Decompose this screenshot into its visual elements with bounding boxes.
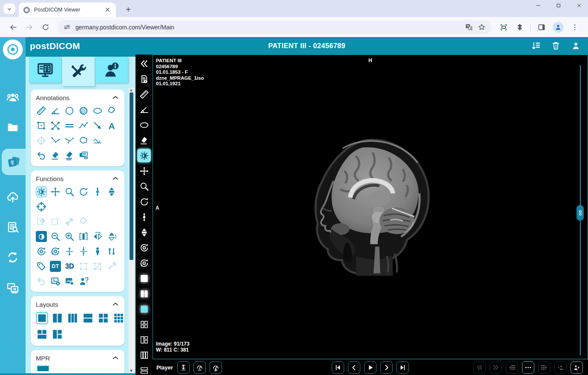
circle-roi-tool[interactable]	[64, 105, 75, 116]
previous-series-button[interactable]	[473, 361, 486, 374]
next-patient-button[interactable]	[571, 361, 583, 374]
rotate-tool[interactable]	[78, 186, 89, 197]
angle-tool[interactable]	[50, 105, 61, 116]
zoom-tool[interactable]	[64, 186, 75, 197]
scroll-down-arrow[interactable]	[130, 370, 133, 372]
layout-1x3-button[interactable]	[66, 312, 79, 324]
series-layout-1left-2right-button[interactable]	[137, 333, 151, 346]
screen-capture-icon[interactable]	[499, 22, 509, 32]
reset-image-button[interactable]	[137, 241, 151, 254]
speed-up-button[interactable]	[210, 361, 222, 374]
screen-layout-1x1-button[interactable]	[137, 271, 151, 285]
previous-stage-button[interactable]	[506, 361, 518, 374]
shaded-circle-roi-tool[interactable]	[78, 105, 89, 116]
reset-window-level-button[interactable]	[137, 256, 151, 270]
rail-item-images[interactable]	[2, 149, 26, 175]
ruler-tool-button[interactable]	[137, 87, 151, 101]
expand-vertical-button[interactable]	[64, 246, 75, 257]
window-close-button[interactable]	[574, 1, 584, 10]
zoom-button[interactable]	[137, 179, 151, 193]
report-preview-button[interactable]	[137, 72, 151, 86]
tab-tools[interactable]	[62, 57, 95, 86]
rail-item-worklist[interactable]	[4, 218, 22, 236]
layout-1left-2right-button[interactable]	[51, 328, 63, 340]
browser-tab[interactable]: PostDICOM Viewer	[19, 3, 116, 17]
reload-button[interactable]	[40, 22, 51, 32]
layout-1x1-button[interactable]	[36, 312, 48, 324]
closed-region-tool[interactable]	[78, 135, 89, 146]
erase-annotation-button[interactable]	[50, 150, 61, 161]
fit-vertical-button[interactable]	[78, 246, 89, 257]
mirror-vertical-button[interactable]	[106, 231, 117, 242]
series-layout-1x3-button[interactable]	[137, 348, 151, 362]
scrollbar-thumb[interactable]	[130, 92, 133, 260]
cobb-angle-tool[interactable]	[50, 120, 61, 131]
ellipse-tool-button[interactable]	[137, 118, 151, 132]
side-panel-icon[interactable]	[536, 22, 547, 32]
scroll-button[interactable]	[137, 210, 151, 224]
open-angle-tool[interactable]	[50, 135, 61, 146]
scroll-up-arrow[interactable]	[130, 89, 133, 91]
next-image-button[interactable]	[380, 361, 393, 374]
layout-1x2-button[interactable]	[51, 312, 63, 324]
window-maximize-button[interactable]	[554, 1, 563, 10]
zoom-in-button[interactable]	[64, 231, 75, 242]
flip-horizontal-button[interactable]	[78, 231, 89, 242]
layout-2x1-button[interactable]	[82, 312, 94, 324]
series-layout-rows-button[interactable]	[137, 363, 151, 375]
invert-tool[interactable]	[36, 231, 47, 242]
series-layout-1x1-button[interactable]	[137, 302, 151, 316]
tab-close-icon[interactable]	[104, 6, 112, 14]
angle-tool-button[interactable]	[137, 103, 151, 116]
layout-3x3-button[interactable]	[112, 312, 125, 324]
pan-tool[interactable]	[50, 186, 61, 197]
arrow-annotation-tool[interactable]	[92, 120, 103, 131]
window-minimize-button[interactable]	[533, 1, 543, 10]
rotate-button[interactable]	[137, 195, 151, 208]
image-scroll-handle[interactable]	[576, 205, 584, 221]
zoom-out-button[interactable]	[50, 231, 61, 242]
collapse-chevron-icon[interactable]	[112, 94, 119, 101]
layout-2x2-button[interactable]	[97, 312, 110, 324]
tab-viewer-display[interactable]	[29, 57, 61, 83]
window-level-button[interactable]	[137, 149, 151, 162]
secure-image-button[interactable]	[64, 276, 75, 287]
collapse-chevron-icon[interactable]	[112, 175, 119, 182]
layout-2top-1bottom-button[interactable]	[36, 328, 48, 340]
screen-layout-1x2-button[interactable]	[137, 287, 151, 300]
localizer-tool[interactable]	[36, 201, 47, 212]
bookmark-star-icon[interactable]	[478, 23, 486, 32]
parallel-lines-tool[interactable]	[64, 120, 75, 131]
erase-all-annotations-button[interactable]	[64, 150, 75, 161]
collapse-chevron-icon[interactable]	[112, 300, 119, 308]
back-button[interactable]	[8, 22, 18, 32]
rectangle-roi-tool[interactable]	[36, 120, 47, 131]
browser-menu-icon[interactable]	[570, 22, 580, 32]
last-image-button[interactable]	[397, 361, 409, 374]
rail-item-folders[interactable]	[4, 118, 22, 136]
viewport[interactable]: PATIENT III 02456789 01.01.1853 - F dzne…	[153, 55, 588, 359]
rail-item-patients[interactable]	[4, 88, 22, 106]
dicom-tags-button[interactable]: DT	[50, 261, 61, 272]
next-stage-button[interactable]	[538, 361, 551, 374]
more-options-button[interactable]	[522, 361, 534, 374]
url-text[interactable]: germany.postdicom.com/Viewer/Main	[75, 24, 461, 31]
save-annotations-button[interactable]	[78, 150, 89, 161]
stack-scroll-tool[interactable]	[106, 186, 117, 197]
four-point-angle-tool[interactable]	[64, 135, 75, 146]
series-layout-2x2-button[interactable]	[137, 317, 151, 331]
length-tool[interactable]	[36, 105, 47, 116]
site-info-icon[interactable]	[63, 23, 71, 31]
polyline-tool[interactable]	[78, 120, 89, 131]
anonymous-patient-button[interactable]	[78, 276, 89, 287]
sort-series-button[interactable]	[530, 40, 541, 52]
mirror-horizontal-button[interactable]	[92, 231, 103, 242]
panel-scrollbar[interactable]	[129, 88, 134, 373]
tag-button[interactable]	[36, 261, 47, 272]
patient-orientation-button[interactable]	[92, 246, 103, 257]
first-image-button[interactable]	[332, 361, 344, 374]
tab-patient-info[interactable]	[95, 57, 128, 83]
freehand-roi-tool[interactable]	[106, 105, 117, 116]
extensions-icon[interactable]	[515, 22, 525, 32]
sort-order-button[interactable]	[106, 246, 117, 257]
